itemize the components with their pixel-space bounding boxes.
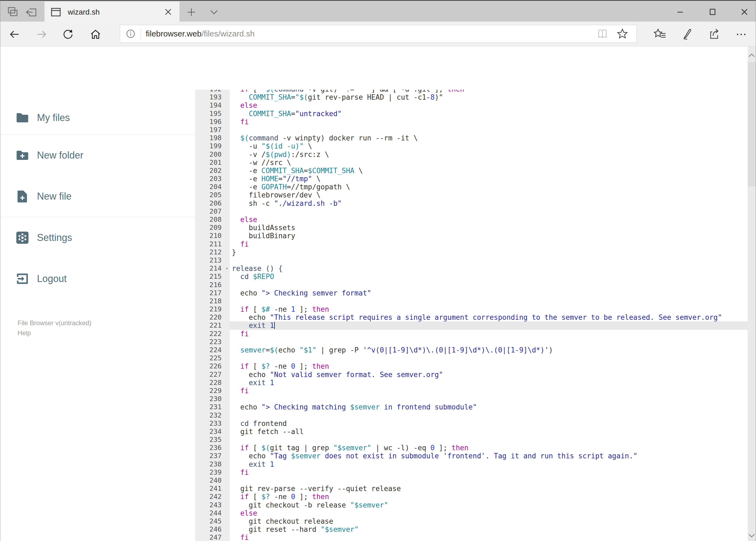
code-line-text[interactable]: echo "> Checking semver format" (230, 289, 748, 297)
line-number[interactable]: 195 (195, 110, 230, 118)
code-line-text[interactable] (230, 256, 748, 265)
code-line-text[interactable]: buildAssets (230, 224, 748, 232)
sidebar-item-new-folder[interactable]: New folder (0, 142, 195, 168)
line-number[interactable]: 205 (195, 191, 230, 199)
line-number[interactable]: 226 (195, 362, 230, 370)
code-line-text[interactable] (230, 436, 748, 444)
sidebar-item-new-file[interactable]: New file (0, 184, 195, 209)
code-line-text[interactable]: git rev-parse --verify --quiet release (230, 485, 748, 493)
url-text[interactable]: filebrowser.web/files/wizard.sh (146, 29, 255, 38)
tab-preview-icon[interactable] (7, 7, 19, 18)
code-line-text[interactable]: -e COMMIT_SHA=$COMMIT_SHA \ (230, 167, 748, 175)
forward-icon[interactable] (35, 28, 48, 41)
code-line-text[interactable]: echo "Not valid semver format. See semve… (230, 370, 748, 379)
line-number[interactable]: 230 (195, 395, 230, 403)
line-number[interactable]: 243 (195, 501, 230, 509)
line-number[interactable]: 220 (195, 313, 230, 321)
line-number[interactable]: 194 (195, 101, 230, 109)
line-number[interactable]: 211 (195, 240, 230, 248)
code-line-text[interactable]: if [ $# -ne 1 ]; then (230, 305, 748, 313)
scroll-up-icon[interactable] (748, 53, 755, 58)
code-line-text[interactable] (230, 297, 748, 305)
code-line-text[interactable]: cd frontend (230, 419, 748, 427)
line-number[interactable]: 229 (195, 387, 230, 395)
window-minimize-button[interactable] (674, 6, 686, 17)
line-number[interactable]: 193 (195, 93, 230, 101)
line-number[interactable]: 233 (195, 419, 230, 427)
line-number[interactable]: 221 (195, 321, 230, 329)
code-line-text[interactable] (230, 476, 748, 485)
line-number[interactable]: 209 (195, 224, 230, 232)
site-info-icon[interactable] (126, 29, 135, 38)
line-number[interactable]: 222 (195, 330, 230, 338)
code-line-text[interactable] (230, 354, 748, 362)
line-number[interactable]: 225 (195, 354, 230, 362)
line-number[interactable]: 201 (195, 159, 230, 167)
line-number[interactable]: 208 (195, 216, 230, 224)
line-number[interactable]: 224 (195, 346, 230, 354)
line-number[interactable]: 199 (195, 142, 230, 150)
line-number[interactable]: 236 (195, 444, 230, 452)
line-number[interactable]: 238 (195, 460, 230, 468)
tab-list-chevron-icon[interactable] (209, 8, 219, 16)
set-tabs-aside-icon[interactable] (26, 7, 38, 18)
code-line-text[interactable] (230, 411, 748, 419)
line-number[interactable]: 196 (195, 118, 230, 126)
browser-tab[interactable]: wizard.sh (45, 2, 179, 22)
code-line-text[interactable]: -v /$(pwd):/src:z \ (230, 151, 748, 159)
code-line-text[interactable]: semver=$(echo "$1" | grep -P '^v(0|[1-9]… (230, 346, 748, 354)
line-number[interactable]: 235 (195, 436, 230, 444)
line-number[interactable]: 219 (195, 305, 230, 313)
help-link[interactable]: Help (18, 328, 91, 338)
code-line-text[interactable]: cd $REPO (230, 272, 748, 280)
code-line-text[interactable]: sh -c "./wizard.sh -b" (230, 199, 748, 208)
code-line-text[interactable]: fi (230, 118, 748, 126)
line-number[interactable]: 198 (195, 134, 230, 142)
code-line-text[interactable]: git checkout -b release "$semver" (230, 501, 748, 509)
line-number[interactable]: 241 (195, 485, 230, 493)
line-number[interactable]: 246 (195, 525, 230, 533)
sidebar-item-logout[interactable]: Logout (0, 266, 195, 292)
code-line-text[interactable]: if [ $? -ne 0 ]; then (230, 362, 748, 370)
code-line-text[interactable] (230, 281, 748, 289)
new-tab-icon[interactable] (186, 7, 197, 18)
code-line-text[interactable]: fi (230, 240, 748, 248)
line-number[interactable]: 217 (195, 289, 230, 297)
code-line-text[interactable]: filebrowser/dev \ (230, 191, 748, 199)
code-line-text[interactable]: COMMIT_SHA="untracked" (230, 110, 748, 118)
line-number[interactable]: 245 (195, 517, 230, 525)
sidebar-item-my-files[interactable]: My files (0, 105, 195, 131)
line-number[interactable]: 242 (195, 493, 230, 501)
line-number[interactable]: 200 (195, 151, 230, 159)
window-maximize-button[interactable] (707, 6, 718, 17)
home-icon[interactable] (89, 28, 102, 41)
code-line-text[interactable]: -e HOME="//tmp" \ (230, 175, 748, 183)
code-line-text[interactable]: if [ $(git tag | grep "$semver" | wc -l)… (230, 444, 748, 452)
code-line-text[interactable]: -w //src \ (230, 159, 748, 167)
share-icon[interactable] (707, 27, 721, 41)
code-line-text[interactable]: git checkout release (230, 517, 748, 525)
code-line-text[interactable]: echo "This release script requires a sin… (230, 313, 748, 321)
code-line-text[interactable]: fi (230, 533, 748, 541)
refresh-icon[interactable] (62, 28, 74, 41)
line-number[interactable]: 216 (195, 281, 230, 289)
line-number[interactable]: 215 (195, 272, 230, 280)
address-bar[interactable]: filebrowser.web/files/wizard.sh (120, 25, 637, 43)
line-number[interactable]: 234 (195, 427, 230, 436)
favorite-star-icon[interactable] (617, 28, 629, 40)
code-line-text[interactable]: if [ "$(command -v git)" != "" ] && [ -d… (230, 90, 748, 93)
code-line-text[interactable]: -u "$(id -u)" \ (230, 142, 748, 150)
line-number[interactable]: 206 (195, 199, 230, 208)
line-number[interactable]: 218 (195, 297, 230, 305)
line-number[interactable]: 213 (195, 256, 230, 265)
line-number[interactable]: 228 (195, 379, 230, 387)
code-line-text[interactable]: } (230, 248, 748, 256)
line-number[interactable]: 231 (195, 403, 230, 411)
line-number[interactable]: 192 (195, 90, 230, 93)
code-line-text[interactable]: git reset --hard "$semver" (230, 525, 748, 533)
line-number[interactable]: 204 (195, 183, 230, 191)
line-number[interactable]: 240 (195, 476, 230, 485)
scroll-down-icon[interactable] (748, 533, 755, 538)
code-line-text[interactable]: echo "> Checking matching $semver in fro… (230, 403, 748, 411)
code-line-text[interactable]: fi (230, 387, 748, 395)
